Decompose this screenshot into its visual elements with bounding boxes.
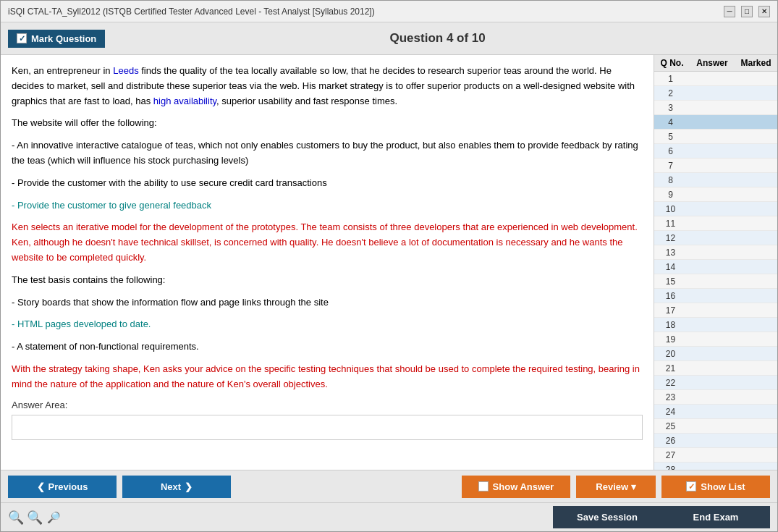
- mark-question-button[interactable]: Mark Question: [8, 30, 105, 48]
- highlight-html: - HTML pages developed to date.: [12, 318, 151, 329]
- sidebar-cell-qno: 24: [654, 407, 687, 417]
- highlight-feedback: - Provide the customer to give general f…: [12, 200, 211, 211]
- zoom-controls: 🔍 🔍 🔎: [8, 510, 62, 525]
- end-exam-label: End Exam: [693, 512, 739, 523]
- sidebar-cell-qno: 22: [654, 378, 687, 388]
- sidebar-row[interactable]: 16: [654, 289, 777, 303]
- answer-input[interactable]: [12, 415, 643, 440]
- answer-area-label: Answer Area:: [12, 400, 643, 410]
- mark-question-label: Mark Question: [31, 33, 96, 44]
- para-5: - Provide the customer to give general f…: [12, 198, 643, 214]
- next-label: Next: [161, 481, 181, 492]
- sidebar-row[interactable]: 19: [654, 332, 777, 347]
- para-8: - Story boards that show the information…: [12, 295, 643, 311]
- sidebar-cell-qno: 7: [654, 161, 687, 171]
- show-answer-button[interactable]: Show Answer: [462, 476, 570, 498]
- sidebar-row[interactable]: 17: [654, 303, 777, 318]
- previous-label: Previous: [48, 481, 88, 492]
- mark-checkbox-icon: [17, 33, 27, 43]
- sidebar-row[interactable]: 14: [654, 260, 777, 274]
- sidebar-row[interactable]: 26: [654, 434, 777, 448]
- save-session-label: Save Session: [577, 512, 638, 523]
- sidebar: Q No. Answer Marked 1 2 3 4 5 6 7 8: [654, 55, 777, 470]
- sidebar-cell-qno: 2: [654, 88, 687, 98]
- sidebar-row[interactable]: 9: [654, 187, 777, 202]
- sidebar-cell-qno: 6: [654, 146, 687, 156]
- minimize-button[interactable]: ─: [724, 6, 735, 17]
- sidebar-row[interactable]: 3: [654, 101, 777, 115]
- previous-button[interactable]: ❮ Previous: [8, 476, 117, 498]
- sidebar-row[interactable]: 25: [654, 419, 777, 434]
- next-chevron-icon: ❯: [185, 481, 193, 492]
- review-button[interactable]: Review ▾: [576, 476, 656, 498]
- para-6: Ken selects an iterative model for the d…: [12, 220, 643, 265]
- sidebar-row[interactable]: 20: [654, 347, 777, 361]
- sidebar-row[interactable]: 5: [654, 130, 777, 144]
- sidebar-cell-qno: 4: [654, 117, 687, 127]
- sidebar-row[interactable]: 10: [654, 202, 777, 216]
- sidebar-cell-qno: 14: [654, 262, 687, 272]
- sidebar-row[interactable]: 4: [654, 115, 777, 130]
- sidebar-header: Q No. Answer Marked: [654, 55, 777, 72]
- sidebar-cell-qno: 1: [654, 74, 687, 84]
- highlight-strategy: With the strategy taking shape, Ken asks…: [12, 363, 640, 389]
- sidebar-cell-qno: 11: [654, 219, 687, 229]
- sidebar-cell-qno: 3: [654, 103, 687, 113]
- title-bar: iSQI CTAL-TA_Syll2012 (ISTQB Certified T…: [1, 1, 777, 22]
- save-session-button[interactable]: Save Session: [553, 506, 661, 528]
- sidebar-cell-qno: 9: [654, 190, 687, 200]
- sidebar-col-answer: Answer: [688, 58, 736, 68]
- window-title: iSQI CTAL-TA_Syll2012 (ISTQB Certified T…: [8, 7, 375, 17]
- sidebar-row[interactable]: 6: [654, 144, 777, 159]
- zoom-reset-button[interactable]: 🔍: [27, 510, 43, 525]
- sidebar-cell-qno: 27: [654, 450, 687, 460]
- sidebar-row[interactable]: 15: [654, 274, 777, 289]
- prev-chevron-icon: ❮: [37, 481, 45, 492]
- review-label: Review: [596, 481, 628, 492]
- sidebar-row[interactable]: 7: [654, 159, 777, 173]
- bottom-bar-2: 🔍 🔍 🔎 Save Session End Exam: [1, 502, 777, 531]
- highlight-availability: high availability: [153, 96, 216, 106]
- zoom-out-button[interactable]: 🔍: [8, 510, 24, 525]
- question-area: Ken, an entrepreneur in Leeds finds the …: [1, 55, 654, 470]
- bottom-nav-bar: ❮ Previous Next ❯ Show Answer Review ▾ ✓…: [1, 470, 777, 502]
- para-10: - A statement of non-functional requirem…: [12, 339, 643, 355]
- sidebar-row[interactable]: 27: [654, 448, 777, 463]
- close-button[interactable]: ✕: [758, 6, 770, 17]
- sidebar-cell-qno: 18: [654, 320, 687, 330]
- highlight-ken: Ken selects an iterative model for the d…: [12, 221, 638, 263]
- sidebar-cell-qno: 23: [654, 392, 687, 402]
- para-9: - HTML pages developed to date.: [12, 317, 643, 332]
- sidebar-cell-qno: 15: [654, 276, 687, 287]
- sidebar-row[interactable]: 22: [654, 376, 777, 390]
- sidebar-row[interactable]: 28: [654, 463, 777, 470]
- sidebar-cell-qno: 8: [654, 175, 687, 185]
- sidebar-cell-qno: 13: [654, 248, 687, 258]
- sidebar-row[interactable]: 23: [654, 390, 777, 405]
- show-list-button[interactable]: ✓ Show List: [661, 476, 770, 498]
- zoom-in-button[interactable]: 🔎: [46, 510, 62, 525]
- restore-button[interactable]: □: [741, 6, 753, 17]
- para-7: The test basis contains the following:: [12, 273, 643, 288]
- end-exam-button[interactable]: End Exam: [661, 506, 770, 528]
- question-title: Question 4 of 10: [105, 31, 770, 46]
- sidebar-row[interactable]: 12: [654, 231, 777, 245]
- sidebar-row[interactable]: 1: [654, 72, 777, 86]
- show-list-label: Show List: [701, 481, 745, 492]
- sidebar-cell-qno: 10: [654, 204, 687, 214]
- sidebar-cell-qno: 16: [654, 291, 687, 301]
- main-window: iSQI CTAL-TA_Syll2012 (ISTQB Certified T…: [0, 0, 778, 532]
- next-button[interactable]: Next ❯: [122, 476, 231, 498]
- sidebar-row[interactable]: 21: [654, 361, 777, 376]
- sidebar-cell-qno: 12: [654, 233, 687, 243]
- sidebar-col-marked: Marked: [736, 58, 776, 68]
- sidebar-row[interactable]: 18: [654, 318, 777, 332]
- sidebar-row[interactable]: 24: [654, 405, 777, 419]
- sidebar-row[interactable]: 8: [654, 173, 777, 187]
- sidebar-cell-qno: 17: [654, 305, 687, 316]
- sidebar-row[interactable]: 11: [654, 216, 777, 231]
- sidebar-row[interactable]: 2: [654, 86, 777, 101]
- sidebar-cell-qno: 28: [654, 465, 687, 470]
- sidebar-row[interactable]: 13: [654, 245, 777, 260]
- review-chevron-icon: ▾: [631, 481, 636, 492]
